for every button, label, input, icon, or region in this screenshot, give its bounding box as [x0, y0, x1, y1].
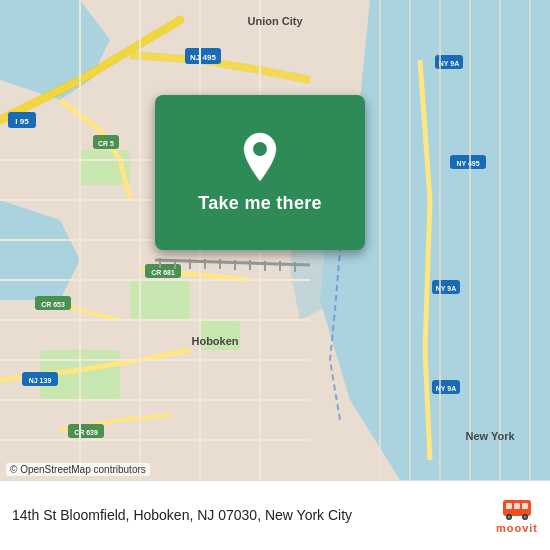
svg-text:NJ 495: NJ 495 [190, 53, 216, 62]
moovit-bus-icon [501, 498, 533, 520]
svg-text:I 95: I 95 [15, 117, 29, 126]
svg-text:Hoboken: Hoboken [191, 335, 238, 347]
svg-rect-64 [506, 503, 512, 509]
take-me-there-label: Take me there [198, 193, 322, 214]
svg-rect-66 [522, 503, 528, 509]
svg-text:CR 639: CR 639 [74, 429, 98, 436]
location-pin-icon [238, 131, 282, 183]
map-container: I 95 NJ 495 CR 5 NJ 139 CR 681 CR 653 CR… [0, 0, 550, 480]
svg-text:NY 495: NY 495 [456, 160, 479, 167]
address-text: 14th St Bloomfield, Hoboken, NJ 07030, N… [12, 506, 352, 526]
svg-point-62 [253, 142, 267, 156]
take-me-there-button[interactable]: Take me there [155, 95, 365, 250]
svg-text:CR 5: CR 5 [98, 140, 114, 147]
svg-rect-65 [514, 503, 520, 509]
moovit-logo: moovit [496, 498, 538, 534]
svg-text:Union City: Union City [248, 15, 304, 27]
svg-text:NY 9A: NY 9A [439, 60, 460, 67]
svg-text:NY 9A: NY 9A [436, 285, 457, 292]
svg-text:New York: New York [465, 430, 515, 442]
svg-text:NJ 139: NJ 139 [29, 377, 52, 384]
svg-text:NY 9A: NY 9A [436, 385, 457, 392]
map-attribution: © OpenStreetMap contributors [6, 463, 150, 476]
svg-point-68 [507, 515, 510, 518]
svg-text:CR 653: CR 653 [41, 301, 65, 308]
svg-point-70 [523, 515, 526, 518]
svg-text:CR 681: CR 681 [151, 269, 175, 276]
bottom-bar: 14th St Bloomfield, Hoboken, NJ 07030, N… [0, 480, 550, 550]
moovit-text: moovit [496, 522, 538, 534]
